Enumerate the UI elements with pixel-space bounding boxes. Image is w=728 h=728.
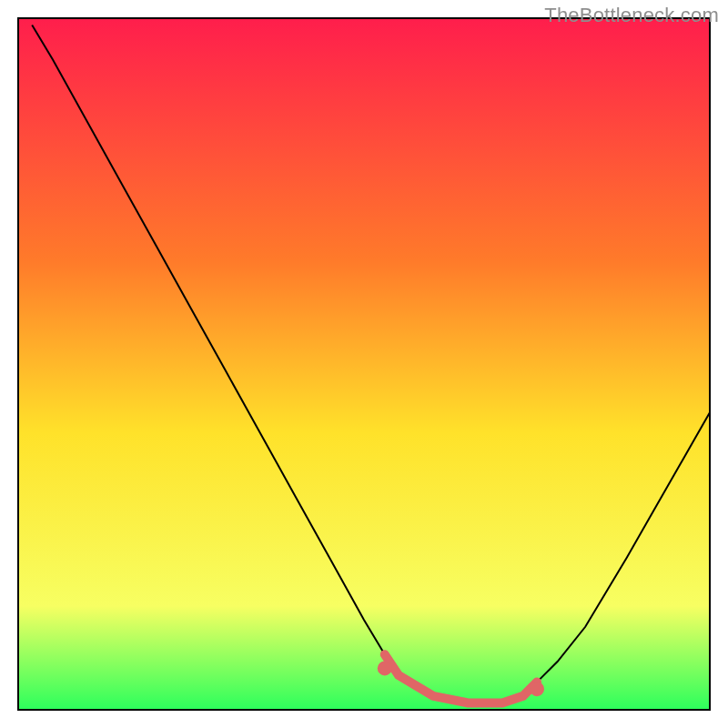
- bottleneck-chart: TheBottleneck.com: [0, 0, 728, 728]
- watermark-text: TheBottleneck.com: [544, 4, 719, 27]
- plot-background-gradient: [18, 18, 710, 710]
- optimal-range-end-dot: [530, 682, 544, 696]
- optimal-range-start-dot: [378, 661, 392, 675]
- chart-svg: [0, 0, 728, 728]
